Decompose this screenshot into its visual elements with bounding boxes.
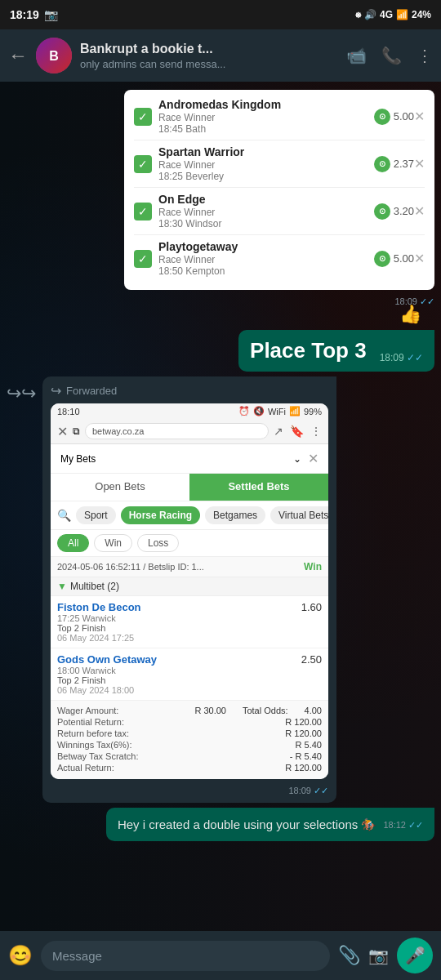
bet-horse-row-3: ✓ On Edge Race Winner18:30 Windsor ⊙ 3.2…: [134, 193, 425, 229]
text-message-text: Hey i created a double using your select…: [118, 817, 377, 831]
message-placeholder: Message: [52, 949, 102, 963]
potential-key: Potential Return:: [57, 717, 124, 727]
bet-horse-1: Fiston De Becon: [57, 601, 141, 613]
chat-area: ✓ Andromedas Kingdom Race Winner18:45 Ba…: [0, 82, 441, 931]
horse-name-4: Playtogetaway: [158, 240, 374, 253]
sub-filter-loss[interactable]: Loss: [137, 534, 179, 552]
bet-slip-id: 2024-05-06 16:52:11 / Betslip ID: 1...: [57, 562, 204, 572]
wager-betway-scratch: Betway Tax Scratch: - R 5.40: [57, 751, 322, 761]
share-icon[interactable]: ↗: [274, 425, 283, 438]
phone-alarm-icon: ⏰: [238, 406, 250, 416]
bet-slip-header: 2024-05-06 16:52:11 / Betslip ID: 1... W…: [51, 557, 328, 577]
return-tax-val: R 120.00: [285, 728, 322, 738]
betway-scratch-key: Betway Tax Scratch:: [57, 751, 138, 761]
my-bets-label: My Bets: [60, 453, 96, 465]
my-bets-controls: ⌄ ✕: [293, 451, 318, 466]
chat-title-area[interactable]: Bankrupt a bookie t... only admins can s…: [80, 42, 338, 70]
bet-card: ✓ Andromedas Kingdom Race Winner18:45 Ba…: [124, 90, 434, 290]
total-odds-val: 4.00: [305, 706, 322, 715]
bet-card-message: ✓ Andromedas Kingdom Race Winner18:45 Ba…: [124, 90, 434, 307]
check-icon-1: ✓: [134, 108, 152, 126]
remove-btn-4[interactable]: ✕: [414, 251, 425, 266]
video-call-icon[interactable]: 📹: [346, 46, 367, 65]
bet-entry-1-row: Fiston De Becon 17:25 Warwick Top 2 Fini…: [57, 601, 322, 643]
place-top-time: 18:09 ✓✓: [380, 352, 423, 363]
phone-status-bar: 18:10 ⏰ 🔇 WiFi 📶 99%: [51, 403, 328, 419]
bookmark-icon[interactable]: 🔖: [290, 425, 304, 438]
phone-mute-icon: 🔇: [253, 406, 265, 416]
actual-return-val: R 120.00: [285, 763, 322, 773]
horse-name-2: Spartan Warrior: [158, 145, 374, 158]
forwarded-card: ↪ Forwarded 18:10 ⏰ 🔇 WiFi 📶 99%: [42, 376, 336, 803]
browser-more-icon[interactable]: ⋮: [310, 425, 322, 438]
bet-slip-status: Win: [304, 561, 322, 572]
odds-3: ⊙ 3.20: [374, 203, 414, 220]
forward-arrows-icon: ↪↪: [7, 383, 36, 404]
remove-btn-1[interactable]: ✕: [414, 109, 425, 124]
horse-name-1: Andromedas Kingdom: [158, 98, 374, 111]
filter-virtual-bets[interactable]: Virtual Bets: [270, 506, 328, 524]
bet-entry-1: Fiston De Becon 17:25 Warwick Top 2 Fini…: [51, 596, 328, 648]
phone-signal-icon: 📶: [289, 406, 301, 416]
avatar[interactable]: B: [36, 38, 72, 74]
voice-call-icon[interactable]: 📞: [381, 46, 402, 65]
dropdown-arrow-icon[interactable]: ⌄: [293, 453, 301, 465]
coin-icon-1: ⊙: [374, 109, 390, 125]
url-text: betway.co.za: [92, 426, 144, 436]
more-options-icon[interactable]: ⋮: [416, 46, 433, 65]
forwarded-message-wrapper: ↪↪ ↪ Forwarded 18:10 ⏰ 🔇 WiFi 📶 99%: [7, 376, 336, 803]
browser-url-bar[interactable]: betway.co.za: [85, 423, 269, 439]
camera-button[interactable]: 📷: [368, 946, 389, 965]
search-filter-icon[interactable]: 🔍: [57, 509, 71, 522]
my-bets-close-icon[interactable]: ✕: [308, 451, 318, 466]
filter-sport[interactable]: Sport: [76, 506, 116, 524]
tab-open-bets[interactable]: Open Bets: [51, 474, 189, 501]
coin-icon-3: ⊙: [374, 203, 390, 220]
forward-icon: ↪: [51, 383, 61, 399]
browser-close-icon[interactable]: ✕: [57, 424, 68, 439]
remove-btn-3[interactable]: ✕: [414, 203, 425, 219]
winnings-tax-val: R 5.40: [296, 740, 322, 750]
chat-title: Bankrupt a bookie t...: [80, 42, 338, 56]
text-msg-tick: ✓✓: [408, 820, 423, 830]
bet-race-1: 17:25 Warwick: [57, 613, 141, 623]
browser-bar: ✕ ⧉ betway.co.za ↗ 🔖 ⋮: [51, 419, 328, 444]
my-bets-bar[interactable]: My Bets ⌄ ✕: [51, 444, 328, 474]
browser-tab-icon: ⧉: [73, 425, 80, 437]
return-tax-key: Return before tax:: [57, 728, 129, 738]
wager-actual-return: Actual Return: R 120.00: [57, 763, 322, 773]
chat-subtitle: only admins can send messa...: [80, 58, 338, 70]
phone-time: 18:10: [57, 407, 80, 416]
odds-4: ⊙ 5.00: [374, 251, 414, 267]
sub-filter-row: All Win Loss: [51, 530, 328, 557]
bet-race-2: 18:00 Warwick: [57, 666, 157, 675]
mic-button[interactable]: 🎤: [397, 938, 433, 973]
place-top-tick: ✓✓: [407, 352, 423, 363]
text-message-bubble: Hey i created a double using your select…: [106, 808, 434, 841]
bet-odds-2: 2.50: [301, 653, 322, 666]
input-bar: 😊 Message 📎 📷 🎤: [0, 931, 441, 980]
filter-betgames[interactable]: Betgames: [205, 506, 265, 524]
filter-horse-racing[interactable]: Horse Racing: [121, 506, 200, 524]
bluetooth-icon: ⎈: [355, 9, 361, 20]
coin-icon-4: ⊙: [374, 251, 390, 267]
emoji-button[interactable]: 😊: [8, 944, 33, 967]
winnings-tax-key: Winnings Tax(6%):: [57, 740, 132, 750]
status-time: 18:19: [10, 8, 39, 21]
header-actions: 📹 📞 ⋮: [346, 46, 433, 65]
bet-entry-2-details: Gods Own Getaway 18:00 Warwick Top 2 Fin…: [57, 653, 157, 695]
forwarded-msg-time: 18:09 ✓✓: [288, 786, 328, 796]
remove-btn-2[interactable]: ✕: [414, 156, 425, 172]
total-odds-label: Total Odds:: [243, 706, 288, 715]
tab-settled-bets[interactable]: Settled Bets: [189, 474, 328, 501]
back-button[interactable]: ←: [8, 44, 28, 67]
text-msg-time: 18:12 ✓✓: [383, 819, 423, 831]
wager-winnings-tax: Winnings Tax(6%): R 5.40: [57, 740, 322, 750]
attach-button[interactable]: 📎: [338, 945, 360, 966]
wager-amount-odds: R 30.00 Total Odds: 4.00: [194, 706, 322, 715]
message-input[interactable]: Message: [41, 941, 330, 971]
sub-filter-all[interactable]: All: [57, 534, 89, 552]
thumbs-up-reaction: 👍: [399, 304, 421, 325]
sub-filter-win[interactable]: Win: [94, 534, 132, 552]
wager-return-tax: Return before tax: R 120.00: [57, 728, 322, 738]
